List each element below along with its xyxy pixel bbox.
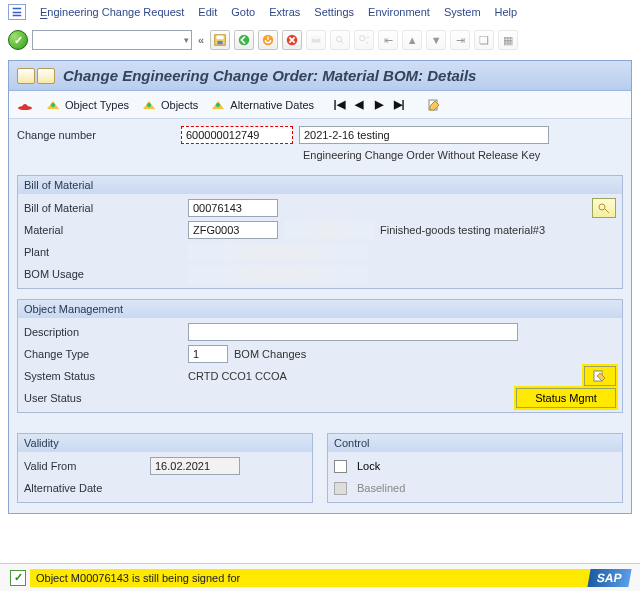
- menu-system[interactable]: System: [444, 6, 481, 18]
- lock-label: Lock: [357, 460, 380, 472]
- status-mgmt-button[interactable]: Status Mgmt: [516, 388, 616, 408]
- valid-from-label: Valid From: [24, 460, 144, 472]
- last-page-button[interactable]: ⇥: [450, 30, 470, 50]
- menu-settings[interactable]: Settings: [314, 6, 354, 18]
- objects-button[interactable]: Objects: [141, 98, 198, 112]
- alt-date-label: Alternative Date: [24, 482, 144, 494]
- back-chevrons: «: [196, 34, 206, 46]
- nav-prev[interactable]: ◀: [352, 97, 366, 112]
- control-group: Control Lock Baselined: [327, 433, 623, 503]
- baselined-checkbox: [334, 482, 347, 495]
- change-type-text: Engineering Change Order Without Release…: [303, 149, 540, 161]
- svg-point-17: [216, 103, 220, 107]
- dropdown-icon: ▾: [184, 35, 189, 45]
- command-field[interactable]: ▾: [32, 30, 192, 50]
- back-button[interactable]: [234, 30, 254, 50]
- edit-icon[interactable]: [426, 98, 442, 112]
- redacted-area-3: [188, 265, 368, 283]
- valid-from-field: 16.02.2021: [150, 457, 240, 475]
- redacted-area: [284, 221, 374, 239]
- nav-first[interactable]: |◀: [332, 97, 346, 112]
- change-type-label: Change Type: [24, 348, 182, 360]
- object-mgmt-header: Object Management: [18, 300, 622, 318]
- find-next-button[interactable]: [354, 30, 374, 50]
- svg-point-13: [51, 103, 55, 107]
- hat-icon[interactable]: [17, 98, 33, 112]
- description-label: Description: [24, 326, 182, 338]
- print-button[interactable]: [306, 30, 326, 50]
- nav-last[interactable]: ▶|: [392, 97, 406, 112]
- sap-menu-icon[interactable]: ☰: [8, 4, 26, 20]
- bom-group: Bill of Material Bill of Material 000761…: [17, 175, 623, 289]
- lock-checkbox[interactable]: [334, 460, 347, 473]
- status-bar: ✓ Object M00076143 is still being signed…: [0, 563, 640, 591]
- nav-buttons: |◀ ◀ ▶ ▶|: [332, 97, 406, 112]
- save-button[interactable]: [210, 30, 230, 50]
- material-desc: Finished-goods testing material#3: [380, 224, 545, 236]
- change-type-field[interactable]: 1: [188, 345, 228, 363]
- object-types-button[interactable]: Object Types: [45, 98, 129, 112]
- bom-label: Bill of Material: [24, 202, 182, 214]
- menu-extras[interactable]: Extras: [269, 6, 300, 18]
- svg-point-19: [599, 204, 605, 210]
- description-field[interactable]: [188, 323, 518, 341]
- enter-button[interactable]: ✓: [8, 30, 28, 50]
- material-field[interactable]: ZFG0003: [188, 221, 278, 239]
- standard-toolbar: ✓ ▾ « ⇤ ▲ ▼ ⇥ ❏ ▦: [0, 24, 640, 56]
- bom-detail-button[interactable]: [592, 198, 616, 218]
- menu-ecr[interactable]: EEngineering Change Requestngineering Ch…: [40, 6, 184, 18]
- baselined-label: Baselined: [357, 482, 405, 494]
- layout-button[interactable]: ▦: [498, 30, 518, 50]
- svg-rect-2: [218, 41, 223, 45]
- user-status-label: User Status: [24, 392, 182, 404]
- page-title: Change Engineering Change Order: Materia…: [63, 67, 476, 84]
- bom-group-header: Bill of Material: [18, 176, 622, 194]
- cancel-button[interactable]: [282, 30, 302, 50]
- svg-rect-7: [314, 36, 319, 40]
- application-toolbar: Object Types Objects Alternative Dates |…: [9, 91, 631, 119]
- next-page-button[interactable]: ▼: [426, 30, 446, 50]
- find-button[interactable]: [330, 30, 350, 50]
- validity-header: Validity: [18, 434, 312, 452]
- change-type-text2: BOM Changes: [234, 348, 306, 360]
- main-panel: Change Engineering Change Order: Materia…: [8, 60, 632, 514]
- menu-goto[interactable]: Goto: [231, 6, 255, 18]
- validity-group: Validity Valid From 16.02.2021 Alternati…: [17, 433, 313, 503]
- menu-edit[interactable]: Edit: [198, 6, 217, 18]
- title-icon-1: [17, 68, 35, 84]
- menu-bar: ☰ EEngineering Change Requestngineering …: [0, 0, 640, 24]
- svg-rect-1: [217, 36, 224, 40]
- object-mgmt-group: Object Management Description Change Typ…: [17, 299, 623, 413]
- menu-environment[interactable]: Environment: [368, 6, 430, 18]
- prev-page-button[interactable]: ▲: [402, 30, 422, 50]
- first-page-button[interactable]: ⇤: [378, 30, 398, 50]
- short-text-field[interactable]: 2021-2-16 testing: [299, 126, 549, 144]
- bom-usage-label: BOM Usage: [24, 268, 182, 280]
- svg-line-9: [341, 41, 344, 44]
- nav-next[interactable]: ▶: [372, 97, 386, 112]
- change-number-field[interactable]: 600000012749: [181, 126, 293, 144]
- title-icon-2: [37, 68, 55, 84]
- sap-logo-footer: SAP: [588, 569, 632, 587]
- svg-point-10: [360, 36, 365, 41]
- system-status-label: System Status: [24, 370, 182, 382]
- material-label: Material: [24, 224, 182, 236]
- system-status-value: CRTD CCO1 CCOA: [188, 370, 388, 382]
- bom-field[interactable]: 00076143: [188, 199, 278, 217]
- change-number-label: Change number: [17, 129, 175, 141]
- plant-label: Plant: [24, 246, 182, 258]
- status-message: Object M00076143 is still being signed f…: [32, 571, 589, 585]
- svg-point-15: [147, 103, 151, 107]
- alt-dates-button[interactable]: Alternative Dates: [210, 98, 314, 112]
- control-header: Control: [328, 434, 622, 452]
- menu-help[interactable]: Help: [495, 6, 518, 18]
- redacted-area-2: [188, 243, 368, 261]
- status-detail-button[interactable]: [584, 366, 616, 386]
- title-bar: Change Engineering Change Order: Materia…: [9, 61, 631, 91]
- content-area: Change number 600000012749 2021-2-16 tes…: [9, 119, 631, 513]
- status-ok-icon: ✓: [10, 570, 26, 586]
- exit-button[interactable]: [258, 30, 278, 50]
- new-session-button[interactable]: ❏: [474, 30, 494, 50]
